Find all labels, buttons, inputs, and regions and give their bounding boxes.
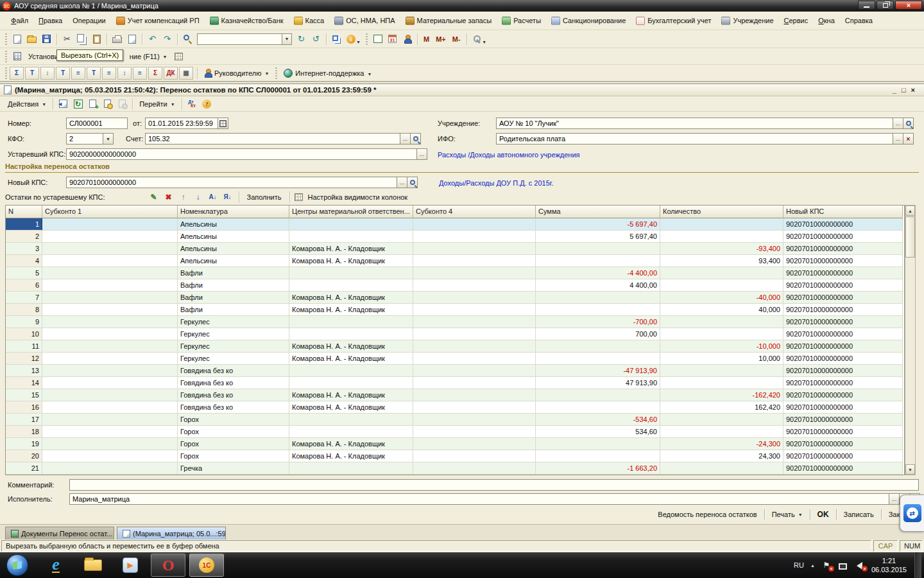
ok-button[interactable]: OK — [812, 507, 835, 521]
cell[interactable]: 700,00 — [536, 328, 660, 340]
cell[interactable] — [42, 365, 178, 377]
cell[interactable]: 90207010000000000 — [783, 243, 903, 255]
cell[interactable]: 17 — [6, 414, 42, 426]
cell[interactable]: 9 — [6, 316, 42, 328]
copy-button[interactable] — [74, 32, 89, 46]
cell[interactable]: 90207010000000000 — [783, 401, 903, 414]
column-visibility-button[interactable]: Настройка видимости колонок — [305, 193, 411, 202]
table-row[interactable]: 19ГорохКомарова Н. А. - Кладовщик-24,300… — [6, 438, 904, 450]
cell[interactable]: Вафли — [178, 292, 289, 304]
cell[interactable]: 93,400 — [660, 255, 783, 267]
cell[interactable] — [413, 462, 536, 475]
write-button[interactable]: Записать — [838, 508, 880, 521]
cell[interactable]: 11 — [6, 340, 42, 353]
cell[interactable]: -5 697,40 — [536, 218, 660, 231]
column-header-1[interactable]: N — [6, 206, 42, 218]
toolbar-grip[interactable] — [275, 67, 277, 79]
cell[interactable]: Горох — [178, 414, 289, 426]
table-row[interactable]: 1Апельсины-5 697,4090207010000000000 — [6, 218, 904, 231]
cell[interactable] — [660, 414, 783, 426]
cell[interactable]: 90207010000000000 — [783, 365, 903, 377]
cell[interactable]: Говядина без ко — [178, 365, 289, 377]
unpost-document-button[interactable] — [115, 97, 130, 111]
cell[interactable]: -1 663,20 — [536, 462, 660, 475]
save-button-toolbar[interactable] — [39, 32, 54, 46]
find-previous-button[interactable]: ↺ — [309, 32, 323, 46]
cell[interactable]: Геркулес — [178, 340, 289, 353]
menu-операции[interactable]: Операции — [68, 15, 110, 26]
cell[interactable] — [42, 389, 178, 401]
cell[interactable] — [660, 218, 783, 231]
cell[interactable] — [289, 414, 413, 426]
new-kps-select-button[interactable]: ... — [397, 177, 407, 188]
cell[interactable] — [660, 316, 783, 328]
cell[interactable] — [42, 328, 178, 340]
cell[interactable] — [289, 316, 413, 328]
doc-close-button[interactable]: × — [911, 86, 915, 94]
schet-select-button[interactable]: ... — [400, 133, 411, 144]
calendar-button[interactable]: 31 — [385, 32, 400, 46]
cell[interactable]: Комарова Н. А. - Кладовщик — [289, 438, 413, 450]
cell[interactable]: Вафли — [178, 267, 289, 279]
table-row[interactable]: 9Геркулес-700,0090207010000000000 — [6, 316, 904, 328]
date-picker-button[interactable] — [218, 118, 228, 129]
table-scrollbar[interactable]: ▲ ▼ — [905, 205, 916, 475]
cell[interactable]: -93,400 — [660, 243, 783, 255]
menu-учреждение[interactable]: Учреждение — [717, 15, 778, 27]
report-button-7[interactable]: ≡ — [102, 67, 116, 80]
cell[interactable] — [289, 365, 413, 377]
doc-minimize-button[interactable]: _ — [893, 86, 896, 94]
cell[interactable]: Комарова Н. А. - Кладовщик — [289, 450, 413, 462]
journal-settings-button[interactable] — [171, 49, 186, 64]
column-header-5[interactable]: Субконто 4 — [413, 206, 536, 218]
doc-restore-button[interactable]: □ — [902, 86, 906, 94]
report-button-10[interactable]: Σ — [148, 67, 162, 80]
cell[interactable]: -24,300 — [660, 438, 783, 450]
print-button-toolbar[interactable] — [110, 32, 124, 46]
cell[interactable] — [42, 279, 178, 292]
cell[interactable]: 14 — [6, 377, 42, 389]
cell[interactable] — [660, 328, 783, 340]
column-header-8[interactable]: Новый КПС — [783, 206, 903, 218]
find-button[interactable] — [180, 32, 195, 46]
cell[interactable] — [42, 438, 178, 450]
print-preview-button[interactable] — [124, 32, 139, 46]
cell[interactable] — [413, 414, 536, 426]
cell[interactable] — [413, 450, 536, 462]
cell[interactable] — [413, 340, 536, 353]
dt-kt-button[interactable]: ДтКт — [185, 97, 200, 111]
memory-plus-button[interactable]: M+ — [432, 32, 449, 46]
cell[interactable] — [660, 365, 783, 377]
cell[interactable] — [536, 292, 660, 304]
cell[interactable]: 3 — [6, 243, 42, 255]
institution-input[interactable] — [496, 118, 893, 129]
info-button[interactable]: i▼ — [344, 32, 363, 46]
table-row[interactable]: 2Апельсины5 697,4090207010000000000 — [6, 231, 904, 243]
refresh-button[interactable]: ↻ — [71, 97, 85, 111]
menu-бухгалтерский-учет[interactable]: Бухгалтерский учет — [631, 15, 715, 27]
language-indicator[interactable]: RU — [794, 561, 804, 569]
cell[interactable]: 47 913,90 — [536, 377, 660, 389]
cell[interactable]: 90207010000000000 — [783, 462, 903, 475]
menu-материальные-запасы[interactable]: Материальные запасы — [401, 15, 497, 27]
cell[interactable] — [42, 316, 178, 328]
open-button[interactable] — [24, 32, 39, 46]
cell[interactable] — [42, 292, 178, 304]
column-header-3[interactable]: Номенклатура — [178, 206, 289, 218]
table-row[interactable]: 21Гречка-1 663,2090207010000000000 — [6, 462, 904, 475]
cell[interactable]: 90207010000000000 — [783, 255, 903, 267]
toolbar-grip[interactable] — [5, 51, 7, 62]
table-row[interactable]: 11ГеркулесКомарова Н. А. - Кладовщик-10,… — [6, 340, 904, 353]
cell[interactable]: 12 — [6, 353, 42, 365]
cell[interactable]: Вафли — [178, 304, 289, 316]
menu-санкционирование[interactable]: Санкционирование — [547, 15, 630, 27]
cell[interactable] — [289, 377, 413, 389]
menu-правка[interactable]: Правка — [34, 15, 67, 26]
minimize-button[interactable] — [858, 1, 875, 10]
cell[interactable] — [660, 377, 783, 389]
report-button-11[interactable]: ДК — [164, 67, 178, 80]
cell[interactable] — [413, 426, 536, 438]
cell[interactable]: Вафли — [178, 279, 289, 292]
institution-open-button[interactable] — [903, 118, 914, 129]
cell[interactable]: 15 — [6, 389, 42, 401]
